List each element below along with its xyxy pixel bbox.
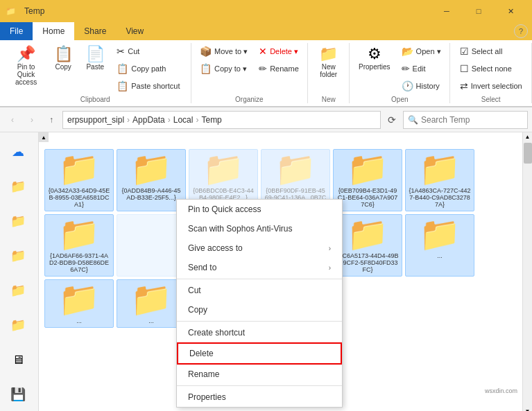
ribbon: File Home Share View ? 📌 Pin to Quickacc… — [0, 22, 532, 107]
ctx-rename[interactable]: Rename — [177, 365, 342, 384]
move-icon: 📦 — [200, 46, 212, 57]
invert-selection-button[interactable]: ⇄ Invert selection — [455, 78, 527, 94]
cut-button[interactable]: ✂ Cut — [112, 43, 185, 60]
rename-button[interactable]: ✏ Rename — [254, 60, 304, 77]
pin-to-quick-access-button[interactable]: 📌 Pin to Quickaccess — [6, 43, 46, 89]
file-item[interactable]: 📁 {1A4863CA-727C-4427-B440-C9AD8C32787A} — [405, 149, 474, 211]
file-item[interactable]: 📁 {0A342A33-64D9-45EB-8955-03EA6581DCA1} — [44, 149, 114, 211]
ctx-give-access[interactable]: Give access to › — [177, 238, 342, 258]
ribbon-group-organize: 📦 Move to ▾ 📋 Copy to ▾ ✕ Delete ▾ ✏ — [191, 43, 309, 103]
folder-icon: 📁 — [203, 152, 244, 186]
file-name: ... — [437, 252, 443, 259]
copy-button[interactable]: 📋 Copy — [48, 43, 78, 74]
left-item-3[interactable]: 📁 — [1, 239, 35, 272]
paste-shortcut-label: Paste shortcut — [131, 82, 180, 90]
ctx-scan[interactable]: Scan with Sophos Anti-Virus — [177, 219, 342, 238]
scroll-down-btn[interactable]: ▼ — [523, 407, 532, 411]
ctx-cut-label: Cut — [188, 286, 201, 295]
file-item[interactable]: 📁 {1AD6AF66-9371-4AD2-BDB9-D58E86DE6A7C} — [44, 214, 114, 277]
copy-to-label: Copy to ▾ — [214, 64, 247, 73]
file-item[interactable]: 📁 {1C6A5173-44D4-49B8-9CF2-5F8D40FD33FC} — [333, 214, 402, 277]
address-path[interactable]: erpsupport_sipl › AppData › Local › Temp — [62, 111, 381, 129]
paste-button[interactable]: 📄 Paste — [80, 43, 110, 74]
delete-button[interactable]: ✕ Delete ▾ — [254, 43, 304, 60]
pin-label: Pin to Quickaccess — [10, 63, 42, 86]
context-menu: Pin to Quick access Scan with Sophos Ant… — [176, 199, 343, 408]
scrollbar-vertical[interactable]: ▲ ▼ — [522, 132, 532, 411]
select-none-button[interactable]: ☐ Select none — [455, 60, 527, 77]
select-all-button[interactable]: ☑ Select all — [455, 43, 527, 60]
ctx-cut[interactable]: Cut — [177, 281, 342, 300]
tab-share[interactable]: Share — [74, 22, 116, 40]
delete-icon: ✕ — [259, 46, 267, 57]
history-button[interactable]: 🕐 History — [397, 78, 446, 94]
left-item-1[interactable]: 📁 — [1, 170, 35, 203]
help-button[interactable]: ? — [514, 24, 528, 38]
ctx-delete[interactable]: Delete — [177, 342, 342, 365]
select-all-icon: ☑ — [460, 46, 469, 57]
search-input[interactable] — [421, 115, 525, 125]
tab-file[interactable]: File — [0, 22, 33, 40]
ctx-send-to[interactable]: Send to › — [177, 258, 342, 277]
window-title: Temp — [24, 6, 44, 16]
refresh-button[interactable]: ⟳ — [384, 112, 400, 128]
move-to-button[interactable]: 📦 Move to ▾ — [195, 43, 252, 60]
folder-icon: 📁 — [347, 218, 388, 251]
window-icon: 📁 — [6, 6, 16, 16]
edit-button[interactable]: ✏ Edit — [397, 60, 446, 77]
file-item[interactable]: 📁 ... — [117, 279, 186, 328]
open-button[interactable]: 📂 Open ▾ — [397, 43, 446, 60]
left-item-cloud[interactable]: ☁ — [1, 135, 35, 168]
path-sep-1: › — [127, 115, 130, 125]
file-item[interactable]: 📁 ... — [44, 279, 114, 328]
close-button[interactable]: ✕ — [495, 0, 526, 22]
new-folder-button[interactable]: 📁 Newfolder — [314, 43, 344, 82]
left-item-4[interactable]: 📁 — [1, 274, 35, 307]
rename-label: Rename — [270, 64, 299, 73]
ctx-properties[interactable]: Properties — [177, 387, 342, 407]
history-icon: 🕐 — [402, 80, 413, 91]
copy-path-icon: 📋 — [117, 63, 128, 74]
file-item[interactable] — [117, 214, 186, 277]
search-icon: 🔍 — [408, 115, 418, 125]
scroll-thumb[interactable] — [524, 143, 532, 164]
ctx-properties-label: Properties — [188, 392, 226, 402]
file-item[interactable]: 📁 ... — [405, 214, 474, 277]
ctx-rename-label: Rename — [188, 369, 219, 379]
ctx-pin-to-quick-access[interactable]: Pin to Quick access — [177, 200, 342, 219]
title-bar: 📁 Temp ─ □ ✕ — [0, 0, 532, 22]
paste-shortcut-button[interactable]: 📋 Paste shortcut — [112, 78, 185, 94]
ctx-copy[interactable]: Copy — [177, 300, 342, 320]
ribbon-content: 📌 Pin to Quickaccess 📋 Copy 📄 Paste ✂ Cu… — [0, 40, 532, 107]
copy-to-button[interactable]: 📋 Copy to ▾ — [195, 60, 252, 77]
forward-button[interactable]: › — [24, 112, 40, 128]
file-item[interactable]: 📁 {0EB709B4-E3D1-49C1-BE64-036A7A9077C6} — [333, 149, 402, 211]
up-button[interactable]: ↑ — [43, 112, 60, 128]
back-button[interactable]: ‹ — [4, 112, 21, 128]
copy-path-button[interactable]: 📋 Copy path — [112, 60, 185, 77]
disk-icon: 💾 — [10, 387, 26, 402]
maximize-button[interactable]: □ — [463, 0, 495, 22]
scroll-up[interactable]: ▲ — [39, 132, 49, 142]
ctx-create-shortcut[interactable]: Create shortcut — [177, 323, 342, 342]
properties-button[interactable]: ⚙ Properties — [354, 43, 395, 74]
path-segment-2: AppData — [132, 115, 165, 125]
organize-label: Organize — [235, 96, 264, 103]
path-segment-4: Temp — [201, 115, 221, 125]
left-item-6[interactable]: 🖥 — [1, 343, 35, 376]
tab-view[interactable]: View — [116, 22, 153, 40]
file-item[interactable]: 📁 {0ADD84B9-A446-45AD-B33E-25F5...} — [117, 149, 186, 211]
minimize-button[interactable]: ─ — [431, 0, 463, 22]
left-item-5[interactable]: 📁 — [1, 308, 35, 342]
folder-small-icon-3: 📁 — [10, 248, 26, 263]
scroll-up-btn[interactable]: ▲ — [523, 132, 532, 141]
left-item-7[interactable]: 💾 — [1, 378, 35, 411]
tab-home[interactable]: Home — [33, 22, 74, 40]
folder-icon: 📁 — [275, 152, 316, 186]
ctx-delete-label: Delete — [189, 349, 214, 358]
folder-small-icon-4: 📁 — [10, 283, 26, 298]
paste-icon: 📄 — [86, 46, 105, 62]
ctx-copy-label: Copy — [188, 305, 207, 315]
left-item-2[interactable]: 📁 — [1, 204, 35, 238]
properties-label: Properties — [359, 63, 391, 71]
